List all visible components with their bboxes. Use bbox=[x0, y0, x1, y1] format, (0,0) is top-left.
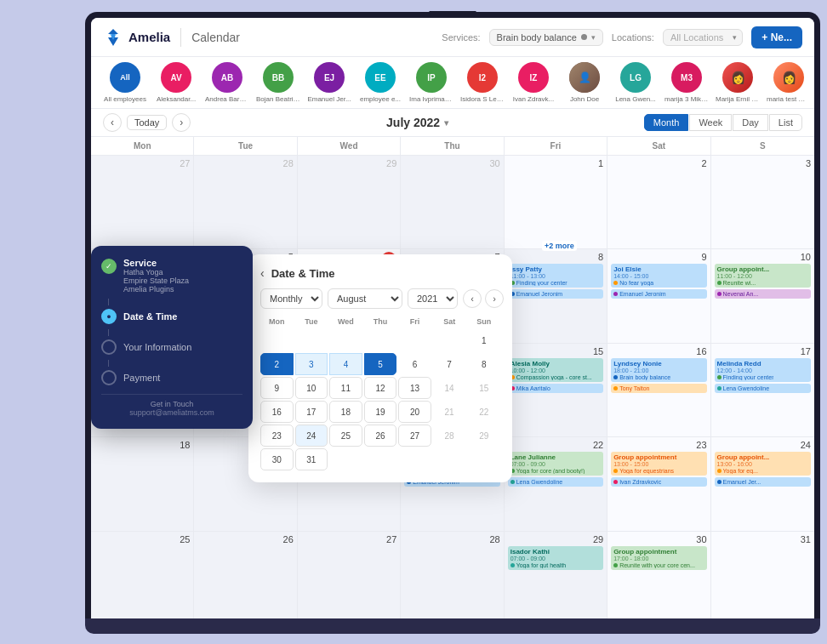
event-emanuel-8[interactable]: Emanuel Jeronim bbox=[508, 289, 603, 299]
mini-cell-15[interactable]: 15 bbox=[467, 377, 500, 399]
mini-cell-19[interactable]: 19 bbox=[364, 401, 397, 423]
mini-cell-30[interactable]: 30 bbox=[260, 448, 294, 470]
event-isador[interactable]: Isador Kathi 07:00 - 09:00 Yoga for gut … bbox=[508, 546, 603, 570]
cal-cell-30: 30 Group appointment 17:00 - 18:00 Reuni… bbox=[607, 532, 710, 625]
emp-item-ee[interactable]: EE employee e... bbox=[358, 62, 402, 103]
event-group-10[interactable]: Group appoint... 11:00 - 12:00 Reunite w… bbox=[715, 264, 811, 288]
mini-cell-21[interactable]: 21 bbox=[433, 401, 466, 423]
calendar-next-button[interactable]: › bbox=[172, 113, 191, 132]
mini-cell-17[interactable]: 17 bbox=[295, 401, 328, 423]
locations-dropdown[interactable]: All Locations ▾ bbox=[663, 29, 743, 46]
emp-item-lg[interactable]: LG Lena Gwen... bbox=[613, 62, 658, 103]
mini-cell-14[interactable]: 14 bbox=[433, 377, 466, 399]
event-emanuel-9[interactable]: Emanuel Jeronim bbox=[611, 289, 706, 299]
booking-step-payment[interactable]: Payment bbox=[101, 370, 242, 394]
emp-item-mt[interactable]: 👩 maria test Moys Tebroy bbox=[767, 62, 811, 103]
mini-cell-2[interactable]: 2 bbox=[260, 353, 294, 375]
frequency-select[interactable]: Monthly Weekly Daily bbox=[260, 288, 322, 309]
emp-item-av[interactable]: AV Aleksandar... bbox=[154, 62, 198, 103]
more-events-badge[interactable]: +2 more bbox=[542, 241, 577, 251]
mini-cell-3[interactable]: 3 bbox=[295, 353, 328, 375]
mini-cell-13[interactable]: 13 bbox=[398, 377, 431, 399]
emp-item-m3[interactable]: M3 marija 3 Mike Sober bbox=[664, 62, 709, 103]
new-appointment-button[interactable]: + Ne... bbox=[751, 26, 802, 48]
emp-name-ej: Emanuel Jer... bbox=[307, 95, 351, 103]
mini-header-fri: Fri bbox=[398, 317, 431, 326]
calendar-today-button[interactable]: Today bbox=[127, 115, 167, 130]
emp-avatar-lg: LG bbox=[620, 62, 651, 93]
mini-cell-29[interactable]: 29 bbox=[467, 425, 500, 447]
mini-cell-31[interactable]: 31 bbox=[295, 448, 328, 470]
mini-header-tue: Tue bbox=[295, 317, 328, 326]
event-issy[interactable]: Issy Patty 11:00 - 13:00 Finding your ce… bbox=[508, 264, 603, 288]
mini-cell-27[interactable]: 27 bbox=[398, 425, 431, 447]
view-tab-week[interactable]: Week bbox=[689, 114, 732, 131]
dt-back-icon[interactable]: ‹ bbox=[260, 266, 265, 280]
mini-cell-5[interactable]: 5 bbox=[364, 353, 397, 375]
mini-cal-next-button[interactable]: › bbox=[485, 289, 504, 308]
event-tony[interactable]: Tony Talton bbox=[611, 384, 706, 393]
month-select[interactable]: August September bbox=[328, 288, 402, 309]
employee-strip: All All employees AV Aleksandar... AB An… bbox=[91, 57, 814, 109]
mini-cell-24[interactable]: 24 bbox=[295, 425, 328, 447]
emp-item-bb[interactable]: BB Bojan Beatrice bbox=[256, 62, 300, 103]
mini-cell-12[interactable]: 12 bbox=[364, 377, 397, 399]
calendar-prev-button[interactable]: ‹ bbox=[103, 113, 122, 132]
event-mika[interactable]: Mika Aaritalo bbox=[508, 384, 603, 393]
mini-cell-23[interactable]: 23 bbox=[260, 425, 294, 447]
mini-cell-11[interactable]: 11 bbox=[329, 377, 362, 399]
mini-cell-9[interactable]: 9 bbox=[260, 377, 294, 399]
mini-cell-6[interactable]: 6 bbox=[398, 353, 431, 375]
emp-item-all[interactable]: All All employees bbox=[103, 62, 147, 103]
module-title: Calendar bbox=[191, 31, 240, 44]
mini-cell-26[interactable]: 26 bbox=[364, 425, 397, 447]
event-lane[interactable]: Lane Julianne 07:00 - 09:00 Yoga for cor… bbox=[508, 452, 603, 476]
mini-cell-20[interactable]: 20 bbox=[398, 401, 431, 423]
event-group-23[interactable]: Group appointment 13:00 - 15:00 Yoga for… bbox=[611, 452, 706, 476]
emp-name-iz: Ivan Zdravk... bbox=[513, 95, 554, 103]
emp-item-i2[interactable]: I2 Isidora S Lexie Ernie bbox=[460, 62, 505, 103]
event-group-30[interactable]: Group appointment 17:00 - 18:00 Reunite … bbox=[611, 546, 706, 570]
event-lena-22[interactable]: Lena Gwendoline bbox=[508, 477, 603, 487]
emp-avatar-ab: AB bbox=[212, 62, 242, 93]
event-alesia[interactable]: Alesia Molly 10:00 - 12:00 Compassion yo… bbox=[508, 358, 603, 382]
mini-cell-28[interactable]: 28 bbox=[433, 425, 466, 447]
mini-cell-7[interactable]: 7 bbox=[433, 353, 466, 375]
booking-step-datetime[interactable]: ● Date & Time bbox=[101, 309, 242, 329]
event-lena-17[interactable]: Lena Gwendoline bbox=[715, 384, 811, 393]
view-tab-day[interactable]: Day bbox=[733, 114, 768, 131]
event-lyndsey[interactable]: Lyndsey Nonie 18:00 - 21:00 Brain body b… bbox=[611, 358, 706, 382]
event-melinda[interactable]: Melinda Redd 12:00 - 14:00 Finding your … bbox=[715, 358, 811, 382]
event-nevenai[interactable]: Nevenai An... bbox=[715, 289, 811, 299]
mini-cell-16[interactable]: 16 bbox=[260, 401, 294, 423]
mini-cell-1[interactable]: 1 bbox=[467, 329, 500, 351]
emp-item-jd[interactable]: 👤 John Doe bbox=[562, 62, 607, 103]
booking-step-info[interactable]: Your Information bbox=[101, 339, 242, 360]
cal-cell-16: 16 Lyndsey Nonie 18:00 - 21:00 Brain bod… bbox=[607, 344, 710, 436]
mini-cell-22[interactable]: 22 bbox=[467, 401, 500, 423]
event-group-24[interactable]: Group appoint... 13:00 - 16:00 Yoga for … bbox=[715, 452, 811, 476]
booking-step-service[interactable]: ✓ Service Hatha Yoga Empire State Plaza … bbox=[101, 258, 242, 299]
mini-cell-10[interactable]: 10 bbox=[295, 377, 328, 399]
mini-header-wed: Wed bbox=[329, 317, 362, 326]
mini-cell-4[interactable]: 4 bbox=[329, 353, 362, 375]
event-emanuel-24[interactable]: Emanuel Jer... bbox=[715, 477, 811, 487]
mini-cal-prev-button[interactable]: ‹ bbox=[463, 289, 482, 308]
event-joi[interactable]: Joi Elsie 14:00 - 15:00 No fear yoga bbox=[611, 264, 706, 288]
mini-cell-25[interactable]: 25 bbox=[329, 425, 362, 447]
emp-item-ip[interactable]: IP Ima Ivprima Emily Ernie bbox=[409, 62, 453, 103]
laptop-frame: Amelia Calendar Services: Brain body bal… bbox=[85, 12, 820, 625]
emp-item-ej[interactable]: EJ Emanuel Jer... bbox=[307, 62, 351, 103]
emp-item-ab[interactable]: AB Andrea Barber bbox=[205, 62, 249, 103]
emp-item-iz[interactable]: IZ Ivan Zdravk... bbox=[511, 62, 556, 103]
event-ivan-23[interactable]: Ivan Zdravkovic bbox=[611, 477, 706, 487]
view-tab-list[interactable]: List bbox=[769, 114, 802, 131]
mini-cell-8[interactable]: 8 bbox=[467, 353, 500, 375]
view-tab-month[interactable]: Month bbox=[644, 114, 689, 131]
year-select[interactable]: 2021 2022 bbox=[408, 288, 458, 309]
mini-cell-18[interactable]: 18 bbox=[329, 401, 362, 423]
emp-item-me[interactable]: 👩 Marija Ernil Marija Tess bbox=[716, 62, 760, 103]
cal-cell-28: 28 bbox=[401, 532, 504, 625]
services-dropdown[interactable]: Brain body balance ▾ bbox=[489, 29, 603, 46]
emp-avatar-all: All bbox=[110, 62, 140, 93]
